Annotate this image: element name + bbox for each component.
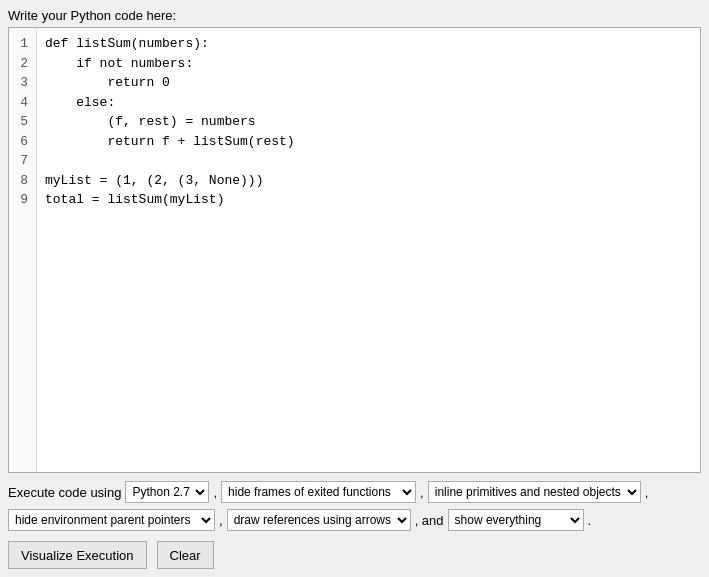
comma-4: , [219,513,223,528]
show-select[interactable]: show everything hide exited functions [448,509,584,531]
comma-2: , [420,485,424,500]
options-row-1: Execute code using Python 2.7 Python 3.6… [8,481,701,503]
action-row: Visualize Execution Clear [8,541,701,569]
comma-1: , [213,485,217,500]
visualize-button[interactable]: Visualize Execution [8,541,147,569]
clear-button[interactable]: Clear [157,541,214,569]
and-label: , and [415,513,444,528]
period: . [588,513,592,528]
code-content[interactable]: def listSum(numbers): if not numbers: re… [37,28,700,472]
env-select[interactable]: hide environment parent pointers show en… [8,509,215,531]
inline-select[interactable]: inline primitives and nested objects ren… [428,481,641,503]
code-editor-container: 1 2 3 4 5 6 7 8 9 def listSum(numbers): … [8,27,701,473]
python-version-select[interactable]: Python 2.7 Python 3.6 [125,481,209,503]
options-row-2: hide environment parent pointers show en… [8,509,701,531]
code-area: 1 2 3 4 5 6 7 8 9 def listSum(numbers): … [9,28,700,472]
line-numbers: 1 2 3 4 5 6 7 8 9 [9,28,37,472]
frames-select[interactable]: hide frames of exited functions show fra… [221,481,416,503]
arrows-select[interactable]: draw references using arrows use text la… [227,509,411,531]
page-title: Write your Python code here: [8,8,701,23]
comma-3: , [645,485,649,500]
execute-label: Execute code using [8,485,121,500]
